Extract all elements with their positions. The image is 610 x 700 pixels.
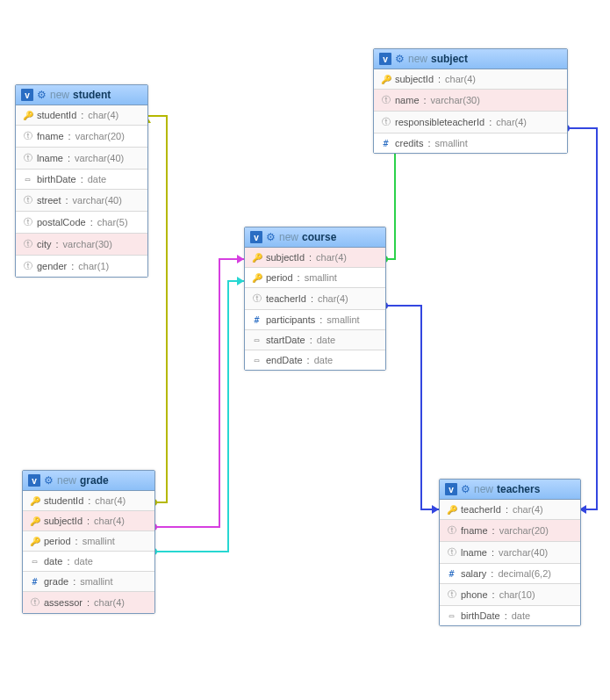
table-header-student[interactable]: v⚙new student xyxy=(16,85,147,105)
column-name: studentId xyxy=(44,495,83,506)
column-row[interactable]: ▭date : date xyxy=(23,552,154,572)
column-name: fname xyxy=(37,131,64,141)
key-icon: 🔑 xyxy=(381,75,391,84)
table-header-teachers[interactable]: v⚙new teachers xyxy=(440,480,580,500)
column-type: varchar(30) xyxy=(431,95,480,105)
column-row[interactable]: 🔑period : smallint xyxy=(23,531,154,552)
column-row[interactable]: ⓣfname : varchar(20) xyxy=(440,520,580,542)
table-header-grade[interactable]: v⚙new grade xyxy=(23,471,154,491)
date-icon: ▭ xyxy=(447,611,456,620)
column-type: varchar(40) xyxy=(73,195,122,206)
column-name: birthDate xyxy=(461,610,500,621)
column-row[interactable]: 🔑studentId : char(4) xyxy=(23,491,154,511)
view-badge-icon: v xyxy=(379,53,391,65)
column-type: date xyxy=(512,610,530,621)
column-name: assessor xyxy=(44,597,83,608)
column-row[interactable]: ⓣphone : char(10) xyxy=(440,584,580,606)
text-icon: ⓣ xyxy=(447,588,456,601)
date-icon: ▭ xyxy=(30,557,39,566)
table-teachers[interactable]: v⚙new teachers🔑teacherId : char(4)ⓣfname… xyxy=(439,479,581,626)
text-icon: ⓣ xyxy=(23,152,32,164)
column-name: salary xyxy=(461,568,486,579)
column-row[interactable]: ▭startDate : date xyxy=(245,330,385,350)
column-row[interactable]: #credits : smallint xyxy=(374,134,567,153)
svg-marker-3 xyxy=(237,255,244,263)
column-row[interactable]: ⓣlname : varchar(40) xyxy=(440,542,580,564)
column-type: smallint xyxy=(434,138,467,148)
column-name: credits xyxy=(395,138,423,148)
key-icon: 🔑 xyxy=(30,537,39,546)
gear-icon[interactable]: ⚙ xyxy=(461,483,470,495)
column-type: char(4) xyxy=(94,516,125,526)
table-name: student xyxy=(73,89,111,101)
column-name: subjectId xyxy=(395,74,434,84)
column-row[interactable]: #salary : decimal(6,2) xyxy=(440,564,580,584)
table-grade[interactable]: v⚙new grade🔑studentId : char(4)🔑subjectI… xyxy=(22,470,155,614)
column-row[interactable]: #participants : smallint xyxy=(245,310,385,330)
column-type: smallint xyxy=(83,536,115,546)
table-subject[interactable]: v⚙new subject🔑subjectId : char(4)ⓣname :… xyxy=(373,48,568,154)
column-row[interactable]: ⓣcity : varchar(30) xyxy=(16,234,147,256)
column-name: startDate xyxy=(266,335,305,345)
text-icon: ⓣ xyxy=(381,116,391,128)
column-type: decimal(6,2) xyxy=(498,568,551,579)
key-icon: 🔑 xyxy=(447,505,456,515)
table-name: grade xyxy=(80,474,109,487)
column-name: city xyxy=(37,239,52,249)
column-row[interactable]: 🔑teacherId : char(4) xyxy=(440,500,580,520)
column-row[interactable]: ⓣteacherId : char(4) xyxy=(245,288,385,310)
text-icon: ⓣ xyxy=(23,194,32,206)
column-row[interactable]: ⓣgender : char(1) xyxy=(16,256,147,277)
table-header-subject[interactable]: v⚙new subject xyxy=(374,49,567,69)
date-icon: ▭ xyxy=(252,356,262,364)
column-name: endDate xyxy=(266,355,303,365)
gear-icon[interactable]: ⚙ xyxy=(395,53,405,65)
view-badge-icon: v xyxy=(21,89,33,101)
column-row[interactable]: ⓣstreet : varchar(40) xyxy=(16,190,147,212)
column-row[interactable]: 🔑period : smallint xyxy=(245,268,385,288)
column-row[interactable]: ⓣresponsibleteacherId : char(4) xyxy=(374,112,567,134)
column-row[interactable]: ⓣpostalCode : char(5) xyxy=(16,212,147,234)
text-icon: ⓣ xyxy=(23,130,32,142)
date-icon: ▭ xyxy=(252,336,262,344)
column-row[interactable]: ▭endDate : date xyxy=(245,350,385,370)
table-header-course[interactable]: v⚙new course xyxy=(245,227,385,248)
key-icon: 🔑 xyxy=(252,273,262,283)
view-badge-icon: v xyxy=(28,474,40,487)
key-icon: 🔑 xyxy=(30,496,39,506)
column-name: lname xyxy=(37,153,63,163)
column-row[interactable]: 🔑subjectId : char(4) xyxy=(374,69,567,90)
view-badge-icon: v xyxy=(445,483,457,495)
column-row[interactable]: ⓣfname : varchar(20) xyxy=(16,126,147,148)
column-row[interactable]: ⓣname : varchar(30) xyxy=(374,90,567,112)
gear-icon[interactable]: ⚙ xyxy=(266,231,276,243)
gear-icon[interactable]: ⚙ xyxy=(37,89,47,101)
connector xyxy=(563,125,597,514)
column-type: date xyxy=(88,174,106,184)
column-row[interactable]: #grade : smallint xyxy=(23,572,154,592)
column-row[interactable]: ▭birthDate : date xyxy=(16,170,147,190)
column-name: subjectId xyxy=(266,252,305,263)
column-row[interactable]: ⓣassessor : char(4) xyxy=(23,592,154,613)
column-row[interactable]: ⓣlname : varchar(40) xyxy=(16,148,147,170)
column-row[interactable]: 🔑subjectId : char(4) xyxy=(245,248,385,268)
num-icon: # xyxy=(381,139,391,148)
date-icon: ▭ xyxy=(23,175,32,184)
column-name: fname xyxy=(461,525,488,536)
column-type: char(4) xyxy=(94,597,125,608)
column-name: studentId xyxy=(37,110,76,120)
column-type: varchar(40) xyxy=(75,153,124,163)
column-type: date xyxy=(314,355,333,365)
column-name: grade xyxy=(44,576,68,587)
column-row[interactable]: ▭birthDate : date xyxy=(440,606,580,625)
column-row[interactable]: 🔑subjectId : char(4) xyxy=(23,511,154,531)
table-course[interactable]: v⚙new course🔑subjectId : char(4)🔑period … xyxy=(244,227,386,371)
column-type: date xyxy=(317,335,335,345)
text-icon: ⓣ xyxy=(23,260,32,272)
num-icon: # xyxy=(30,577,39,587)
text-icon: ⓣ xyxy=(252,292,262,305)
column-row[interactable]: 🔑studentId : char(4) xyxy=(16,105,147,126)
table-name: teachers xyxy=(497,483,540,495)
table-student[interactable]: v⚙new student🔑studentId : char(4)ⓣfname … xyxy=(15,84,148,278)
gear-icon[interactable]: ⚙ xyxy=(44,474,54,487)
